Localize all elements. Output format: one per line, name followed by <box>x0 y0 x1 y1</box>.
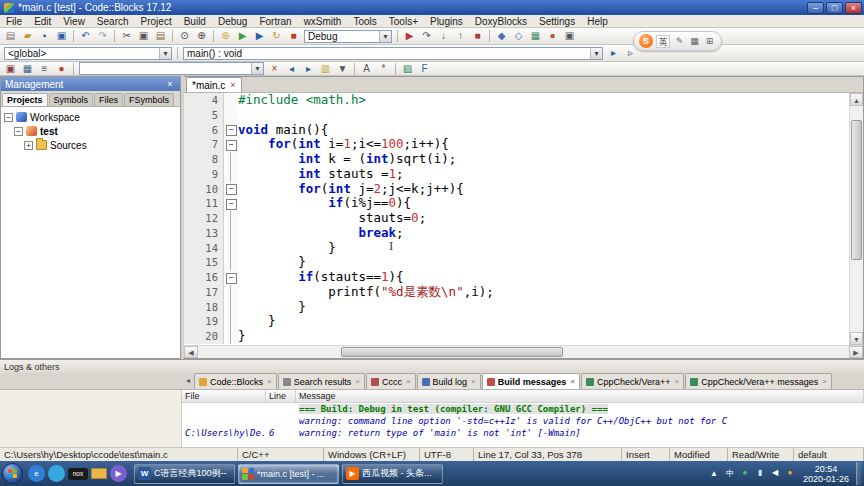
menu-item-fortran[interactable]: Fortran <box>253 16 297 27</box>
code-text[interactable]: } <box>238 314 863 329</box>
close-button[interactable]: × <box>845 2 862 14</box>
menu-item-tools[interactable]: Tools+ <box>383 16 424 27</box>
code-text[interactable]: void main(){ <box>238 123 863 138</box>
open-file-icon[interactable]: ▰ <box>19 29 36 43</box>
tree-item-test[interactable]: −test <box>1 124 180 138</box>
code-text[interactable]: int k = (int)sqrt(i); <box>238 152 863 167</box>
network-tray-icon[interactable]: ▮ <box>754 468 766 479</box>
scroll-left-icon[interactable]: ◀ <box>184 346 198 358</box>
undo-icon[interactable]: ↶ <box>77 29 94 43</box>
logs-tab-search-results[interactable]: Search results× <box>278 373 365 389</box>
management-tab-projects[interactable]: Projects <box>2 93 48 106</box>
code-text[interactable]: } <box>238 300 863 315</box>
build-and-run-icon[interactable]: ▶ <box>251 29 268 43</box>
scope-combo[interactable]: <global>▾ <box>4 47 172 60</box>
build-icon[interactable]: ⊛ <box>217 29 234 43</box>
scroll-down-icon[interactable]: ▼ <box>850 332 863 345</box>
debug-windows-icon[interactable]: ▦ <box>19 62 36 76</box>
run-icon[interactable]: ▶ <box>234 29 251 43</box>
build-message-row[interactable]: warning: command line option '-std=c++1z… <box>182 415 864 427</box>
column-header-line[interactable]: Line <box>266 390 296 402</box>
editor-vertical-scrollbar[interactable]: ▲ ▼ <box>849 93 863 345</box>
sogou-logo-icon[interactable]: S <box>639 34 653 48</box>
folder-quicklaunch-icon[interactable] <box>91 468 107 479</box>
fold-toggle-icon[interactable] <box>224 137 238 152</box>
collapse-icon[interactable]: − <box>14 127 23 136</box>
build-message-row[interactable]: C:\Users\hy\De..6warning: return type of… <box>182 427 864 439</box>
browser-quicklaunch-icon[interactable]: e <box>28 465 45 482</box>
redo-icon[interactable]: ↷ <box>94 29 111 43</box>
regex-icon[interactable]: * <box>375 62 392 76</box>
code-area[interactable]: 4#include <math.h>56void main(){7 for(in… <box>184 93 863 345</box>
vertical-scroll-thumb[interactable] <box>851 120 862 260</box>
dropdown-arrow-icon[interactable]: ▾ <box>159 48 171 59</box>
menu-item-wxsmith[interactable]: wxSmith <box>298 16 348 27</box>
tab-close-icon[interactable]: × <box>570 377 575 386</box>
goto-declaration-icon[interactable]: ▸ <box>605 46 622 60</box>
tab-close-icon[interactable]: × <box>675 377 680 386</box>
doxyblocks-extract-icon[interactable]: ◆ <box>493 29 510 43</box>
dropdown-arrow-icon[interactable]: ▾ <box>251 63 263 74</box>
nox-quicklaunch-icon[interactable]: nox <box>68 468 88 480</box>
column-header-message[interactable]: Message <box>296 390 864 402</box>
management-tab-symbols[interactable]: Symbols <box>49 93 94 106</box>
tab-close-icon[interactable]: × <box>822 377 827 386</box>
build-message-row[interactable]: === Build: Debug in test (compiler: GNU … <box>182 403 864 415</box>
step-out-icon[interactable]: ↑ <box>452 29 469 43</box>
incremental-search-field[interactable]: ▾ <box>79 62 264 75</box>
code-text[interactable]: break; <box>238 226 863 241</box>
ime-keyboard-icon[interactable]: ▦ <box>688 35 701 48</box>
editor-horizontal-scrollbar[interactable]: ◀ ▶ <box>184 345 863 358</box>
maximize-button[interactable]: □ <box>826 2 843 14</box>
search-next-icon[interactable]: ▸ <box>300 62 317 76</box>
menu-item-debug[interactable]: Debug <box>212 16 253 27</box>
logs-tab-build-messages[interactable]: Build messages× <box>482 373 580 389</box>
code-text[interactable]: if(i%j==0){ <box>238 196 863 211</box>
build-target-combo[interactable]: Debug▾ <box>304 30 392 43</box>
menu-item-search[interactable]: Search <box>91 16 135 27</box>
ime-tray-indicator[interactable]: 中 <box>724 468 736 479</box>
save-icon[interactable]: ▪ <box>36 29 53 43</box>
logs-tab-cppcheck-vera-messages[interactable]: CppCheck/Vera++ messages× <box>685 373 832 389</box>
close-panel-icon[interactable]: × <box>164 79 176 89</box>
taskbar-app-xigua[interactable]: ▶西瓜视频 - 头条... <box>342 464 443 484</box>
menu-item-edit[interactable]: Edit <box>28 16 57 27</box>
code-text[interactable]: if(stauts==1){ <box>238 270 863 285</box>
highlight-all-icon[interactable]: ▥ <box>317 62 334 76</box>
tray-clock[interactable]: 20:54 2020-01-26 <box>803 464 849 484</box>
tab-close-icon[interactable]: × <box>230 80 235 90</box>
show-desktop-button[interactable] <box>856 462 862 485</box>
management-tab-files[interactable]: Files <box>94 93 123 106</box>
tray-expand-icon[interactable]: ▲ <box>708 469 720 478</box>
collapse-icon[interactable]: − <box>4 113 13 122</box>
code-text[interactable]: int stauts =1; <box>238 167 863 182</box>
code-text[interactable]: } <box>238 329 863 344</box>
update-tray-icon[interactable]: ● <box>784 468 796 479</box>
symbol-combo[interactable]: main() : void▾ <box>183 47 603 60</box>
start-button[interactable] <box>2 463 23 484</box>
fortran-info-icon[interactable]: F <box>416 62 433 76</box>
scroll-right-icon[interactable]: ▶ <box>849 346 863 358</box>
tree-item-sources[interactable]: +Sources <box>1 138 180 152</box>
info-windows-icon[interactable]: ≡ <box>36 62 53 76</box>
code-text[interactable]: #include <math.h> <box>238 93 863 108</box>
vertical-scroll-track[interactable] <box>850 106 863 332</box>
ime-toolbox-icon[interactable]: ⊞ <box>703 35 716 48</box>
code-text[interactable]: stauts=0; <box>238 211 863 226</box>
player-quicklaunch-icon[interactable]: ▶ <box>110 465 127 482</box>
copy-icon[interactable]: ▣ <box>135 29 152 43</box>
logs-tab-cppcheck-vera-[interactable]: CppCheck/Vera++× <box>581 373 684 389</box>
find-icon[interactable]: ⊙ <box>176 29 193 43</box>
menu-item-view[interactable]: View <box>57 16 91 27</box>
qq-quicklaunch-icon[interactable] <box>48 465 65 482</box>
code-text[interactable]: } <box>238 241 863 256</box>
horizontal-scroll-track[interactable] <box>198 346 849 358</box>
menu-item-tools[interactable]: Tools <box>347 16 382 27</box>
stop-debugger-icon[interactable]: ■ <box>469 29 486 43</box>
wxsmith-icon[interactable]: ▦ <box>527 29 544 43</box>
save-all-icon[interactable]: ▣ <box>53 29 70 43</box>
tab-close-icon[interactable]: × <box>406 377 411 386</box>
menu-item-doxyblocks[interactable]: DoxyBlocks <box>469 16 533 27</box>
expand-icon[interactable]: + <box>24 141 33 150</box>
debug-continue-icon[interactable]: ▶ <box>401 29 418 43</box>
